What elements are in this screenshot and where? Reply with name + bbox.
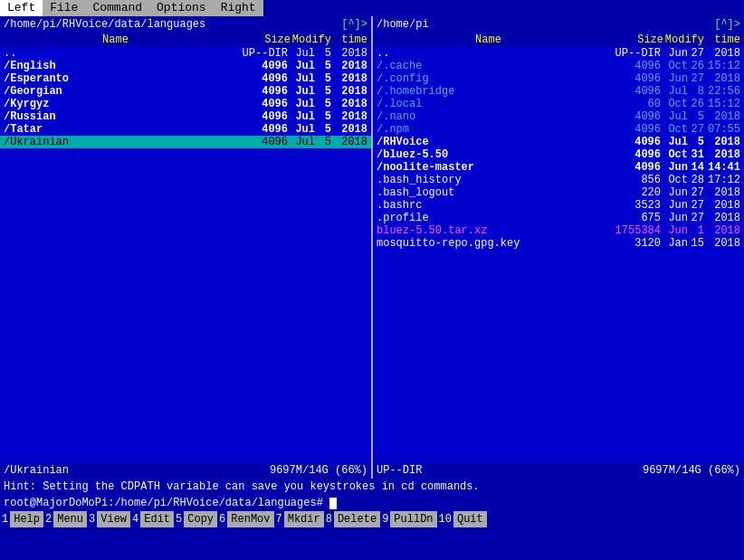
right-panel: /home/pi [^]> Name Size Modify time .. U… — [373, 16, 744, 479]
fkey-4-label[interactable]: Edit — [140, 511, 174, 527]
right-col-modify: Modify — [663, 33, 704, 47]
right-panel-path: /home/pi [^]> — [373, 16, 744, 33]
fkey-5-label[interactable]: Copy — [184, 511, 217, 527]
fkey-6-label[interactable]: RenMov — [227, 511, 273, 527]
list-item[interactable]: /.npm 4096 Oct 27 07:55 — [373, 123, 744, 136]
fkey-3-num: 3 — [87, 511, 97, 527]
left-disk-info: 9697M/14G (66%) — [270, 462, 367, 479]
hint-text: Hint: Setting the CDPATH variable can sa… — [4, 480, 480, 493]
right-arrow: [^]> — [714, 16, 740, 33]
right-col-time: time — [704, 33, 740, 47]
fkey-4[interactable]: 4 Edit — [130, 511, 174, 527]
fkey-10-label[interactable]: Quit — [453, 511, 487, 527]
right-col-size: Size — [600, 33, 663, 47]
fkey-7-num: 7 — [274, 511, 284, 527]
left-col-modify: Modify — [291, 33, 331, 47]
fkey-2-num: 2 — [43, 511, 53, 527]
list-item[interactable]: /Russian 4096 Jul 5 2018 — [0, 110, 371, 123]
fkey-1[interactable]: 1 Help — [0, 511, 43, 527]
panels: /home/pi/RHVoice/data/languages [^]> Nam… — [0, 16, 744, 479]
menu-left[interactable]: Left — [0, 0, 43, 16]
fkey-6[interactable]: 6 RenMov — [217, 511, 273, 527]
list-item[interactable]: /Esperanto 4096 Jul 5 2018 — [0, 72, 371, 85]
left-status-path: /Ukrainian — [4, 462, 69, 479]
right-path-text: /home/pi — [377, 16, 429, 33]
fkey-4-num: 4 — [130, 511, 140, 527]
fkey-7-label[interactable]: Mkdir — [284, 511, 324, 527]
right-status-path: UP--DIR — [377, 462, 422, 479]
menu-bar: Left File Command Options Right — [0, 0, 744, 16]
fkey-1-num: 1 — [0, 511, 10, 527]
fkey-3[interactable]: 3 View — [87, 511, 130, 527]
left-col-time: time — [331, 33, 367, 47]
cmd-prompt: root@MajorDoMoPi:/home/pi/RHVoice/data/l… — [4, 495, 323, 511]
list-item[interactable]: mosquitto-repo.gpg.key 3120 Jan 15 2018 — [373, 237, 744, 250]
fkey-3-label[interactable]: View — [97, 511, 130, 527]
fkey-10-num: 10 — [437, 511, 453, 527]
right-col-name: Name — [377, 33, 600, 47]
list-item[interactable]: /.local 60 Oct 26 15:12 — [373, 98, 744, 110]
fkey-8-num: 8 — [324, 511, 334, 527]
left-path-text: /home/pi/RHVoice/data/languages — [4, 16, 205, 33]
fkey-9-num: 9 — [380, 511, 390, 527]
right-disk-info: 9697M/14G (66%) — [643, 462, 740, 479]
fkeys-bar: 1 Help 2 Menu 3 View 4 Edit 5 Copy 6 Ren… — [0, 511, 744, 527]
list-item[interactable]: /RHVoice 4096 Jul 5 2018 — [373, 136, 744, 148]
list-item[interactable]: .bashrc 3523 Jun 27 2018 — [373, 199, 744, 212]
list-item[interactable]: .bash_history 856 Oct 28 17:12 — [373, 174, 744, 186]
hint-bar: Hint: Setting the CDPATH variable can sa… — [0, 479, 744, 495]
left-panel: /home/pi/RHVoice/data/languages [^]> Nam… — [0, 16, 371, 479]
list-item[interactable]: .bash_logout 220 Jun 27 2018 — [373, 186, 744, 199]
fkey-5[interactable]: 5 Copy — [174, 511, 217, 527]
list-item[interactable]: /.homebridge 4096 Jul 8 22:56 — [373, 85, 744, 98]
right-file-list: .. UP--DIR Jun 27 2018 /.cache 4096 Oct … — [373, 47, 744, 462]
menu-options[interactable]: Options — [149, 0, 214, 16]
left-panel-path: /home/pi/RHVoice/data/languages [^]> — [0, 16, 371, 33]
left-panel-status: /Ukrainian 9697M/14G (66%) — [0, 462, 371, 479]
list-item[interactable]: /bluez-5.50 4096 Oct 31 2018 — [373, 148, 744, 161]
menu-right[interactable]: Right — [214, 0, 263, 16]
left-col-name: Name — [4, 33, 227, 47]
list-item[interactable]: /English 4096 Jul 5 2018 — [0, 60, 371, 72]
fkey-5-num: 5 — [174, 511, 184, 527]
fkey-9[interactable]: 9 PullDn — [380, 511, 436, 527]
menu-command[interactable]: Command — [85, 0, 149, 16]
fkey-10[interactable]: 10 Quit — [437, 511, 487, 527]
list-item[interactable]: /Kyrgyz 4096 Jul 5 2018 — [0, 98, 371, 110]
fkey-2[interactable]: 2 Menu — [43, 511, 87, 527]
left-col-size: Size — [227, 33, 291, 47]
left-arrow: [^]> — [341, 16, 367, 33]
cmd-line[interactable]: root@MajorDoMoPi:/home/pi/RHVoice/data/l… — [0, 495, 744, 511]
right-col-header: Name Size Modify time — [373, 33, 744, 47]
list-item[interactable]: .. UP--DIR Jul 5 2018 — [0, 47, 371, 60]
list-item[interactable]: /Tatar 4096 Jul 5 2018 — [0, 123, 371, 136]
fkey-8-label[interactable]: Delete — [334, 511, 380, 527]
fkey-6-num: 6 — [217, 511, 227, 527]
list-item-selected[interactable]: /Ukrainian 4096 Jul 5 2018 — [0, 136, 371, 148]
list-item[interactable]: /.cache 4096 Oct 26 15:12 — [373, 60, 744, 72]
list-item[interactable]: bluez-5.50.tar.xz 1755384 Jun 1 2018 — [373, 224, 744, 237]
left-file-list: .. UP--DIR Jul 5 2018 /English 4096 Jul … — [0, 47, 371, 462]
fkey-2-label[interactable]: Menu — [53, 511, 87, 527]
list-item[interactable]: .. UP--DIR Jun 27 2018 — [373, 47, 744, 60]
fkey-7[interactable]: 7 Mkdir — [274, 511, 324, 527]
list-item[interactable]: /.nano 4096 Jul 5 2018 — [373, 110, 744, 123]
fkey-1-label[interactable]: Help — [10, 511, 43, 527]
fkey-9-label[interactable]: PullDn — [390, 511, 436, 527]
list-item[interactable]: /Georgian 4096 Jul 5 2018 — [0, 85, 371, 98]
list-item[interactable]: .profile 675 Jun 27 2018 — [373, 212, 744, 224]
right-panel-status: UP--DIR 9697M/14G (66%) — [373, 462, 744, 479]
list-item[interactable]: /.config 4096 Jun 27 2018 — [373, 72, 744, 85]
list-item[interactable]: /noolite-master 4096 Jun 14 14:41 — [373, 161, 744, 174]
fkey-8[interactable]: 8 Delete — [324, 511, 380, 527]
cursor — [329, 498, 337, 509]
menu-file[interactable]: File — [43, 0, 85, 16]
left-col-header: Name Size Modify time — [0, 33, 371, 47]
